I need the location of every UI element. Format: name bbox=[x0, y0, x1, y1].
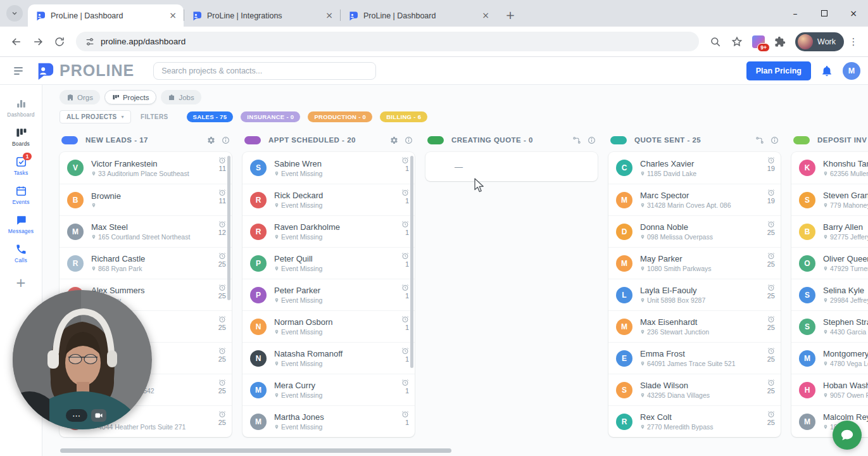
sidebar-item[interactable]: Calls bbox=[0, 243, 42, 263]
contact-card[interactable]: P Peter Parker Event Missing 1 bbox=[242, 279, 415, 310]
new-tab-button[interactable]: + bbox=[501, 6, 519, 23]
pipeline-badge[interactable]: SALES - 75 bbox=[187, 111, 234, 122]
browser-tab[interactable]: ProLine | Dashboard × bbox=[28, 4, 184, 27]
extension-icon[interactable]: 9+ bbox=[748, 32, 769, 52]
gear-icon[interactable] bbox=[207, 136, 215, 144]
browser-tab[interactable]: ProLine | Dashboard × bbox=[341, 4, 496, 27]
browser-menu-icon[interactable]: ⋮ bbox=[845, 32, 862, 52]
sidebar-item[interactable]: Dashboard bbox=[0, 98, 42, 118]
chevron-down-icon: ▾ bbox=[122, 114, 124, 120]
contact-subtitle: Event Missing bbox=[281, 201, 322, 209]
plan-pricing-button[interactable]: Plan Pricing bbox=[746, 61, 811, 80]
contact-card[interactable]: D Donna Noble 098 Melissa Overpass 25 bbox=[608, 215, 781, 247]
gear-icon[interactable] bbox=[390, 136, 398, 144]
contact-card[interactable]: K Khonshu Tan 62356 Mullen bbox=[791, 152, 868, 184]
contact-card[interactable]: H Hoban Wash 9057 Owen P bbox=[791, 374, 868, 405]
contact-card[interactable]: B Brownie 11 bbox=[60, 184, 232, 215]
pipeline-badge[interactable]: INSURANCE - 0 bbox=[241, 111, 300, 122]
tab-close-icon[interactable]: × bbox=[324, 10, 335, 22]
location-pin-icon bbox=[91, 202, 96, 208]
sidebar-item[interactable]: Messages bbox=[0, 214, 42, 234]
contact-card[interactable]: R Rick Deckard Event Missing 1 bbox=[242, 184, 415, 215]
search-input[interactable] bbox=[153, 62, 376, 80]
maximize-button[interactable] bbox=[810, 0, 839, 27]
horizontal-scrollbar[interactable] bbox=[60, 448, 451, 453]
automation-icon[interactable] bbox=[755, 136, 764, 144]
contact-card[interactable]: P Peter Quill Event Missing 1 bbox=[242, 247, 415, 279]
contact-card[interactable]: B Barry Allen 92775 Jeffery bbox=[791, 215, 868, 247]
sidebar-item[interactable]: 1 Tasks bbox=[0, 156, 42, 176]
contact-card[interactable]: M Max Steel 165 Courtland Street Northea… bbox=[60, 215, 232, 247]
tab-close-icon[interactable]: × bbox=[480, 10, 491, 22]
sidebar-add-button[interactable]: + bbox=[16, 275, 27, 290]
address-bar[interactable]: proline.app/dashboard bbox=[76, 32, 699, 51]
contact-card[interactable]: M Mera Curry Event Missing 1 bbox=[242, 374, 415, 405]
contact-subtitle: 236 Stewart Junction bbox=[647, 328, 709, 336]
contact-card[interactable]: O Oliver Queen 47929 Turner bbox=[791, 247, 868, 279]
webcam-more-button[interactable]: ⋯ bbox=[66, 409, 87, 422]
close-window-button[interactable]: × bbox=[839, 0, 868, 27]
tab-close-icon[interactable]: × bbox=[167, 10, 179, 22]
minimize-button[interactable]: – bbox=[781, 0, 810, 27]
user-avatar[interactable]: M bbox=[843, 62, 860, 80]
contact-card[interactable]: M Marc Spector 31428 Marin Coves Apt. 08… bbox=[608, 184, 781, 215]
pipeline-badge[interactable]: BILLING - 6 bbox=[380, 111, 427, 122]
contact-card[interactable]: S Sabine Wren Event Missing 1 bbox=[242, 152, 415, 184]
tab-orgs[interactable]: Orgs bbox=[60, 90, 100, 104]
webcam-camera-button[interactable] bbox=[91, 409, 106, 422]
info-icon[interactable] bbox=[771, 136, 779, 144]
column-scrollbar[interactable] bbox=[410, 156, 413, 368]
contact-name: Peter Parker bbox=[274, 286, 387, 295]
contact-card[interactable]: C Charles Xavier 1185 David Lake 19 bbox=[608, 152, 781, 184]
menu-icon[interactable] bbox=[8, 60, 29, 82]
contact-card[interactable]: M Max Eisenhardt 236 Stewart Junction 25 bbox=[608, 310, 781, 342]
project-filter-dropdown[interactable]: ALL PROJECTS ▾ bbox=[60, 110, 131, 124]
browser-tab[interactable]: ProLine | Integrations × bbox=[184, 4, 340, 27]
chat-launcher-button[interactable] bbox=[833, 421, 862, 450]
contact-name: Barry Allen bbox=[823, 222, 868, 232]
contact-subtitle: 31428 Marin Coves Apt. 086 bbox=[647, 201, 731, 209]
contact-card[interactable]: N Norman Osborn Event Missing 1 bbox=[242, 310, 415, 342]
pipeline-badge[interactable]: PRODUCTION - 0 bbox=[308, 111, 372, 122]
contact-card[interactable]: L Layla El-Faouly Unit 5898 Box 9287 25 bbox=[608, 279, 781, 310]
contact-card[interactable]: S Steven Grant 779 Mahoney bbox=[791, 184, 868, 215]
contact-card[interactable]: S Slade Wilson 43295 Diana Villages 25 bbox=[608, 374, 781, 405]
proline-logo[interactable]: PROLINE bbox=[35, 61, 134, 80]
filters-button[interactable]: FILTERS bbox=[141, 113, 168, 120]
sidebar-item[interactable]: Boards bbox=[0, 127, 42, 147]
tab-jobs[interactable]: Jobs bbox=[161, 90, 201, 104]
notifications-bell-icon[interactable] bbox=[817, 61, 836, 80]
reload-icon[interactable] bbox=[49, 32, 70, 52]
info-icon[interactable] bbox=[222, 136, 230, 144]
search-icon[interactable] bbox=[705, 32, 726, 52]
contact-card[interactable]: M Montgomery 4780 Vega Lo bbox=[791, 342, 868, 374]
tab-projects[interactable]: Projects bbox=[104, 90, 157, 104]
contact-card[interactable]: S Stephen Stra 4430 Garcia bbox=[791, 310, 868, 342]
sidebar-item[interactable]: Events bbox=[0, 185, 42, 205]
tab-search-icon[interactable] bbox=[6, 5, 23, 22]
contact-card[interactable]: M May Parker 1080 Smith Parkways 25 bbox=[608, 247, 781, 279]
contact-card[interactable]: S Selina Kyle 29984 Jeffrey bbox=[791, 279, 868, 310]
contact-name: Victor Frankestein bbox=[91, 159, 204, 168]
contact-card[interactable]: R Rex Colt 2770 Meredith Bypass 25 bbox=[608, 405, 781, 437]
contact-card[interactable]: R Richard Castle 868 Ryan Park 25 bbox=[60, 247, 232, 279]
browser-toolbar: proline.app/dashboard 9+ Work ⋮ bbox=[0, 27, 868, 57]
contact-card[interactable]: N Natasha Romanoff Event Missing 1 bbox=[242, 342, 415, 374]
contact-card[interactable]: E Emma Frost 64091 James Trace Suite 521… bbox=[608, 342, 781, 374]
location-pin-icon bbox=[640, 265, 645, 272]
info-icon[interactable] bbox=[405, 136, 413, 144]
extensions-puzzle-icon[interactable] bbox=[770, 32, 790, 52]
bookmark-star-icon[interactable] bbox=[727, 32, 747, 52]
column-scrollbar[interactable] bbox=[227, 156, 230, 300]
site-info-icon[interactable] bbox=[85, 37, 95, 47]
webcam-overlay[interactable]: ⋯ bbox=[13, 290, 152, 429]
contact-card[interactable]: R Raven Darkholme Event Missing 1 bbox=[242, 215, 415, 247]
forward-icon[interactable] bbox=[28, 32, 48, 52]
contact-card[interactable]: V Victor Frankestein 33 Auditorium Place… bbox=[60, 152, 232, 184]
info-icon[interactable] bbox=[588, 136, 596, 144]
back-icon[interactable] bbox=[6, 32, 27, 52]
projects-icon bbox=[112, 94, 120, 101]
automation-icon[interactable] bbox=[572, 136, 581, 144]
browser-profile-chip[interactable]: Work bbox=[795, 32, 844, 51]
contact-card[interactable]: M Martha Jones Event Missing 1 bbox=[242, 405, 415, 437]
